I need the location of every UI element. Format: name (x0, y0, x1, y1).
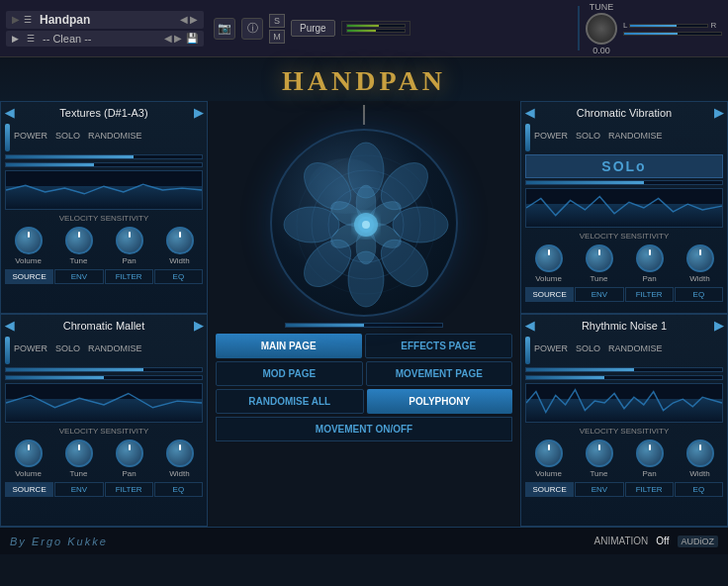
s-bottom-button[interactable]: M (269, 30, 285, 44)
main-page-button[interactable]: MAIN PAGE (216, 334, 362, 358)
textures-randomise-label[interactable]: RANDOMISE (88, 131, 142, 141)
textures-nav-right[interactable]: ▶ (194, 106, 203, 120)
rhythmic-noise-tab-env[interactable]: ENV (575, 482, 623, 497)
textures-velocity-label: VELOCITY SENSITIVITY (5, 214, 203, 223)
chromatic-mallet-volume-knob[interactable] (15, 440, 43, 467)
chromatic-vibration-nav-right[interactable]: ▶ (714, 106, 723, 120)
chromatic-mallet-knob-tune: Tune (65, 440, 93, 478)
textures-volume-knob[interactable] (15, 227, 43, 254)
chromatic-mallet-fill2 (6, 376, 104, 379)
chromatic-mallet-randomise-label[interactable]: RANDOMISE (88, 343, 142, 353)
textures-power-label[interactable]: POWER (14, 131, 47, 141)
textures-tab-source[interactable]: SOURCE (5, 269, 53, 284)
textures-tune-knob[interactable] (65, 227, 93, 254)
textures-solo-label[interactable]: SOLO (55, 131, 80, 141)
textures-width-knob[interactable] (166, 227, 194, 254)
info-icon[interactable]: ⓘ (241, 18, 263, 40)
rhythmic-noise-tab-eq[interactable]: EQ (675, 482, 723, 497)
rhythmic-noise-knob-pan: Pan (636, 440, 664, 478)
preset-row: ▶ ☰ -- Clean -- ◀ ▶ 💾 (6, 31, 204, 47)
chromatic-mallet-width-knob[interactable] (166, 440, 194, 467)
movement-on-off-button[interactable]: MOVEMENT ON/OFF (216, 417, 512, 441)
chromatic-vibration-power-label[interactable]: POWER (534, 131, 568, 141)
textures-bars2 (5, 162, 203, 167)
chromatic-mallet-fill1 (6, 368, 143, 371)
chromatic-mallet-velocity-label: VELOCITY SENSITIVITY (5, 427, 203, 436)
chromatic-vibration-solo-label[interactable]: SOLO (576, 131, 600, 141)
movement-page-button[interactable]: MOVEMENT PAGE (366, 361, 513, 386)
chromatic-mallet-tab-filter[interactable]: FILTER (105, 482, 153, 497)
mod-page-button[interactable]: MOD PAGE (216, 361, 363, 386)
rhythmic-noise-horiz-bar2 (525, 375, 723, 380)
camera-icon[interactable]: 📷 (214, 18, 235, 40)
chromatic-mallet-solo-label[interactable]: SOLO (55, 343, 80, 353)
textures-tab-env[interactable]: ENV (54, 269, 103, 284)
preset-nav-left-icon[interactable]: ◀ (164, 33, 172, 44)
chromatic-vibration-randomise-label[interactable]: RANDOMISE (608, 131, 663, 141)
chromatic-mallet-panel-controls: POWER SOLO RANDOMISE (14, 343, 142, 353)
rhythmic-noise-solo-label[interactable]: SOLO (576, 343, 600, 353)
chromatic-mallet-nav-left[interactable]: ◀ (5, 319, 14, 333)
chromatic-vibration-width-label: Width (689, 274, 709, 283)
rhythmic-noise-tabs: SOURCE ENV FILTER EQ (525, 482, 723, 497)
rhythmic-noise-nav-left[interactable]: ◀ (525, 319, 534, 333)
bottom-right: ANIMATION Off AUDiOZ (594, 536, 718, 547)
rhythmic-noise-tab-filter[interactable]: FILTER (625, 482, 674, 497)
rhythmic-noise-pan-knob[interactable] (636, 440, 664, 467)
textures-width-label: Width (169, 256, 189, 265)
chromatic-vibration-tab-env[interactable]: ENV (575, 287, 623, 302)
preset-save-icon[interactable]: 💾 (186, 33, 198, 44)
chromatic-mallet-tune-knob[interactable] (65, 440, 93, 467)
chromatic-vibration-horiz-bar1 (525, 180, 723, 185)
menu-icon[interactable]: ☰ (24, 15, 32, 25)
rhythmic-noise-nav-right[interactable]: ▶ (714, 319, 723, 333)
purge-button[interactable]: Purge (291, 20, 335, 37)
chromatic-vibration-pan-knob[interactable] (636, 244, 664, 272)
effects-page-button[interactable]: EFFECTS PAGE (365, 334, 513, 358)
app-title: HandPan (0, 65, 728, 97)
rhythmic-noise-width-knob[interactable] (686, 440, 714, 467)
center-buttons: MAIN PAGE EFFECTS PAGE MOD PAGE MOVEMENT… (212, 334, 516, 441)
chromatic-vibration-tab-source[interactable]: SOURCE (525, 287, 574, 302)
preset-menu-icon[interactable]: ☰ (27, 34, 35, 44)
chromatic-mallet-controls-top: POWER SOLO RANDOMISE (5, 337, 203, 364)
s-top-button[interactable]: S (269, 14, 285, 28)
textures-header: ◀ Textures (D#1-A3) ▶ (5, 106, 203, 120)
textures-controls-top: POWER SOLO RANDOMISE (5, 124, 203, 151)
textures-tab-filter[interactable]: FILTER (105, 269, 153, 284)
chromatic-mallet-tab-eq[interactable]: EQ (154, 482, 203, 497)
chromatic-mallet-tab-env[interactable]: ENV (54, 482, 103, 497)
chromatic-mallet-nav-right[interactable]: ▶ (194, 319, 203, 333)
rhythmic-noise-panel: ◀ Rhythmic Noise 1 ▶ POWER SOLO RANDOMIS… (520, 314, 728, 527)
chromatic-vibration-width-knob[interactable] (686, 244, 714, 272)
textures-nav-left[interactable]: ◀ (5, 106, 14, 120)
randomise-all-button[interactable]: RANDOMISE ALL (216, 389, 364, 414)
chromatic-mallet-bars (5, 367, 203, 372)
rhythmic-noise-power-label[interactable]: POWER (534, 343, 568, 353)
chromatic-mallet-power-label[interactable]: POWER (14, 343, 47, 353)
polyphony-button[interactable]: POLYPHONY (367, 389, 513, 414)
preset-nav-right-icon[interactable]: ▶ (174, 33, 182, 44)
rhythmic-noise-tune-knob[interactable] (586, 440, 613, 467)
chromatic-vibration-nav-left[interactable]: ◀ (525, 106, 534, 120)
chromatic-mallet-tab-source[interactable]: SOURCE (5, 482, 53, 497)
textures-tabs: SOURCE ENV FILTER EQ (5, 269, 203, 284)
nav-left-icon[interactable]: ◀ (180, 14, 188, 25)
rhythmic-noise-waveform (525, 383, 723, 423)
meter-section (341, 21, 410, 36)
chromatic-vibration-knob-tune: Tune (586, 244, 613, 283)
chromatic-vibration-tab-eq[interactable]: EQ (675, 287, 723, 302)
textures-tab-eq[interactable]: EQ (154, 269, 203, 284)
tune-knob[interactable] (586, 13, 617, 45)
chromatic-vibration-tab-filter[interactable]: FILTER (625, 287, 674, 302)
chromatic-vibration-volume-knob[interactable] (535, 244, 563, 272)
chromatic-mallet-pan-knob[interactable] (116, 440, 143, 467)
nav-right-icon[interactable]: ▶ (190, 14, 198, 25)
instrument-row: ▶ ☰ Handpan ◀ ▶ (6, 11, 204, 29)
rhythmic-noise-randomise-label[interactable]: RANDOMISE (608, 343, 663, 353)
handpan-visual (270, 129, 458, 317)
rhythmic-noise-volume-knob[interactable] (535, 440, 563, 467)
rhythmic-noise-tab-source[interactable]: SOURCE (525, 482, 574, 497)
chromatic-vibration-tune-knob[interactable] (586, 244, 613, 272)
textures-pan-knob[interactable] (116, 227, 143, 254)
